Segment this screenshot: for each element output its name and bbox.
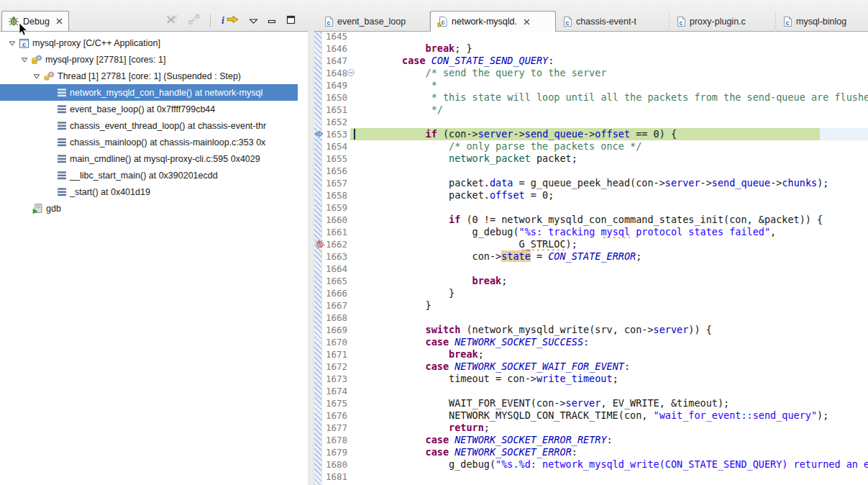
code-line[interactable]: 1649 * (314, 79, 868, 91)
code-line[interactable]: 1673 timeout = con->write_timeout; (314, 373, 868, 385)
code-line[interactable]: 1668 (314, 312, 868, 324)
code-line[interactable]: 1647 case CON_STATE_SEND_QUERY: (314, 55, 868, 67)
maximize-button[interactable] (285, 14, 297, 28)
editor-tab-proxy-plugin-c[interactable]: cproxy-plugin.c (670, 12, 776, 32)
line-number[interactable]: 1671 (321, 348, 350, 361)
code-line[interactable]: 1680 g_debug("%s.%d: network_mysqld_writ… (314, 458, 868, 471)
line-number[interactable]: 1654 (321, 140, 350, 153)
code-line[interactable]: 1661 g_debug("%s: tracking mysql protoco… (314, 226, 868, 238)
line-number[interactable]: 1673 (321, 373, 350, 385)
stack-frame-item[interactable]: network_mysqld_con_handle() at network-m… (0, 84, 298, 101)
line-number[interactable]: 1664 (321, 263, 350, 275)
code-line[interactable]: 1656 (314, 165, 868, 177)
code-line[interactable]: 1675 WAIT_FOR_EVENT(con->server, EV_WRIT… (314, 397, 868, 409)
breakpoint-bug-icon[interactable] (315, 240, 325, 249)
line-number[interactable]: 1668 (321, 312, 350, 324)
line-number[interactable]: 1645 (321, 32, 350, 42)
code-line[interactable]: 1653 if (con->server->send_queue->offset… (314, 128, 868, 140)
stack-frame-item[interactable]: main_cmdline() at mysql-proxy-cli.c:595 … (0, 150, 308, 167)
line-number[interactable]: 1667 (321, 299, 350, 312)
stack-frame-item[interactable]: event_base_loop() at 0x7ffff799cb44 (0, 101, 308, 117)
fold-collapse-icon[interactable] (347, 69, 355, 76)
line-number[interactable]: 1662 (321, 238, 350, 250)
code-line[interactable]: 1665 break; (314, 275, 868, 287)
stack-frame-item[interactable]: chassis_mainloop() at chassis-mainloop.c… (0, 134, 308, 150)
code-line[interactable]: 1651 */ (314, 104, 868, 116)
focus-instruction-button[interactable]: i (219, 13, 241, 29)
code-line[interactable]: 1670 case NETWORK_SOCKET_SUCCESS: (314, 336, 868, 348)
stack-frame-item[interactable]: __libc_start_main() at 0x390201ecdd (0, 167, 308, 183)
tree-item-process[interactable]: mysql-proxy [27781] [cores: 1] (0, 51, 308, 68)
debug-view-tab[interactable]: Debug (1, 11, 69, 31)
line-number[interactable]: 1657 (321, 177, 350, 189)
code-line[interactable]: 1666 } (314, 287, 868, 299)
line-number[interactable]: 1650 (321, 91, 350, 104)
code-line[interactable]: 1664 (314, 263, 868, 275)
code-line[interactable]: 1672 case NETWORK_SOCKET_WAIT_FOR_EVENT: (314, 361, 868, 373)
code-line[interactable]: 1662 G_STRLOC); (314, 238, 868, 250)
code-line[interactable]: 1645 (314, 32, 868, 42)
line-number[interactable]: 1665 (321, 275, 350, 287)
code-line[interactable]: 1659 (314, 201, 868, 214)
line-number[interactable]: 1669 (321, 324, 350, 336)
debug-view-close-icon[interactable] (56, 18, 63, 24)
code-line[interactable]: 1681 (314, 471, 868, 483)
tab-close-icon[interactable] (524, 19, 530, 25)
code-line[interactable]: 1660 if (0 != network_mysqld_con_command… (314, 214, 868, 226)
code-line[interactable]: 1655 network_packet packet; (314, 153, 868, 165)
code-line[interactable]: 1657 packet.data = g_queue_peek_head(con… (314, 177, 868, 189)
code-line[interactable]: 1650 * this state will loop until all th… (314, 91, 868, 104)
tree-expander-icon[interactable] (21, 56, 28, 63)
editor-tab-event-base-loop[interactable]: cevent_base_loop (317, 12, 430, 32)
stack-frame-item[interactable]: _start() at 0x401d19 (0, 183, 308, 200)
code-line[interactable]: 1658 packet.offset = 0; (314, 189, 868, 201)
line-number[interactable]: 1677 (321, 422, 350, 434)
code-line[interactable]: 1669 switch (network_mysqld_write(srv, c… (314, 324, 868, 336)
tree-item-thread[interactable]: Thread [1] 27781 [core: 1] (Suspended : … (0, 68, 308, 84)
line-number[interactable]: 1660 (321, 214, 350, 226)
stack-frame-item[interactable]: chassis_event_thread_loop() at chassis-e… (0, 117, 308, 134)
code-line[interactable]: 1674 (314, 385, 868, 397)
code-line[interactable]: 1679 case NETWORK_SOCKET_ERROR: (314, 446, 868, 458)
line-number[interactable]: 1666 (321, 287, 350, 299)
line-number[interactable]: 1653 (321, 128, 350, 140)
minimize-button[interactable] (266, 14, 278, 28)
line-number[interactable]: 1659 (321, 201, 350, 214)
code-line[interactable]: 1677 return; (314, 422, 868, 434)
tree-expander-icon[interactable] (33, 73, 40, 80)
line-number[interactable]: 1647 (321, 55, 350, 67)
tree-expander-icon[interactable] (9, 40, 16, 47)
line-number[interactable]: 1672 (321, 361, 350, 373)
editor-tab-chassis-event-t[interactable]: cchassis-event-t (556, 12, 670, 32)
editor-tab-network-mysqld-[interactable]: cnetwork-mysqld. (430, 11, 556, 32)
code-line[interactable]: 1667 } (314, 299, 868, 312)
line-number[interactable]: 1670 (321, 336, 350, 348)
line-number[interactable]: 1681 (321, 471, 350, 483)
line-number[interactable]: 1651 (321, 104, 350, 116)
code-line[interactable]: 1678 case NETWORK_SOCKET_ERROR_RETRY: (314, 434, 868, 446)
code-line[interactable]: 1663 con->state = CON_STATE_ERROR; (314, 250, 868, 263)
code-line[interactable]: 1676 NETWORK_MYSQLD_CON_TRACK_TIME(con, … (314, 409, 868, 422)
code-line[interactable]: 1671 break; (314, 348, 868, 361)
line-number[interactable]: 1646 (321, 42, 350, 55)
editor-tab-mysql-binlog[interactable]: cmysql-binlog (776, 12, 868, 32)
code-line[interactable]: 1646 break; } (314, 42, 868, 55)
tree-item-c-app[interactable]: cmysql-proxy [C/C++ Application] (0, 35, 308, 51)
code-line[interactable]: 1654 /* only parse the packets once */ (314, 140, 868, 153)
line-number[interactable]: 1652 (321, 116, 350, 128)
line-number[interactable]: 1661 (321, 226, 350, 238)
line-number[interactable]: 1680 (321, 458, 350, 471)
line-number[interactable]: 1675 (321, 397, 350, 409)
line-number[interactable]: 1655 (321, 153, 350, 165)
tree-item-gdb[interactable]: gdb (0, 200, 308, 217)
line-number[interactable]: 1658 (321, 189, 350, 201)
code-line[interactable]: 1652 (314, 116, 868, 128)
line-number[interactable]: 1656 (321, 165, 350, 177)
line-number[interactable]: 1674 (321, 385, 350, 397)
view-menu-button[interactable] (247, 14, 260, 28)
line-number[interactable]: 1663 (321, 250, 350, 263)
line-number[interactable]: 1676 (321, 409, 350, 422)
panel-splitter[interactable] (308, 31, 314, 485)
line-number[interactable]: 1679 (321, 446, 350, 458)
line-number[interactable]: 1649 (321, 79, 350, 91)
